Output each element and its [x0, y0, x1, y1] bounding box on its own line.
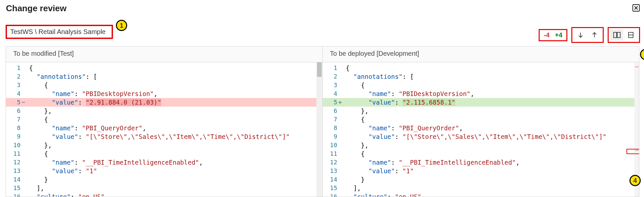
- diff-editor: 12345678910111213141516 { "annotations":…: [6, 62, 639, 197]
- right-pane: 12345678910111213141516 { "annotations":…: [323, 62, 639, 197]
- annotation-callout-1: 1: [116, 20, 127, 31]
- arrow-down-icon: [577, 31, 584, 39]
- scrollbar-thumb[interactable]: [317, 62, 322, 77]
- right-pane-header: To be deployed [Development]: [323, 47, 639, 62]
- annotation-callout-5: 5: [640, 49, 644, 60]
- panes-header: To be modified [Test] To be deployed [De…: [6, 46, 639, 62]
- left-scrollbar[interactable]: [316, 62, 322, 197]
- side-by-side-button[interactable]: [611, 29, 623, 41]
- prev-change-button[interactable]: [588, 29, 601, 41]
- added-count: +4: [553, 31, 564, 39]
- left-pane-header: To be modified [Test]: [6, 47, 323, 62]
- nav-change-group: [571, 27, 604, 43]
- right-code[interactable]: { "annotations": [ { "name": "PBIDesktop…: [343, 62, 639, 197]
- left-pane: 12345678910111213141516 { "annotations":…: [6, 62, 323, 197]
- left-gutter: 12345678910111213141516: [6, 62, 26, 197]
- next-change-button[interactable]: [574, 29, 587, 41]
- inline-view-icon: [628, 32, 634, 38]
- arrow-up-icon: [591, 31, 598, 39]
- svg-rect-5: [614, 32, 617, 38]
- removed-count: -4: [542, 31, 552, 39]
- breadcrumb: TestWS \ Retail Analysis Sample: [6, 25, 113, 39]
- diff-stats: -4 +4: [539, 29, 567, 41]
- close-button[interactable]: [631, 3, 641, 13]
- view-mode-group: [608, 27, 640, 43]
- inline-view-button[interactable]: [625, 29, 637, 41]
- page-title: Change review: [6, 3, 67, 14]
- annotation-callout-4: 4: [629, 175, 641, 186]
- right-gutter: 12345678910111213141516: [323, 62, 343, 197]
- breadcrumb-text: TestWS \ Retail Analysis Sample: [10, 28, 106, 35]
- left-code[interactable]: { "annotations": [ { "name": "PBIDesktop…: [26, 62, 316, 197]
- side-by-side-icon: [613, 32, 621, 38]
- svg-rect-6: [617, 32, 620, 38]
- toolbar: -4 +4: [539, 27, 640, 43]
- close-icon: [632, 4, 640, 12]
